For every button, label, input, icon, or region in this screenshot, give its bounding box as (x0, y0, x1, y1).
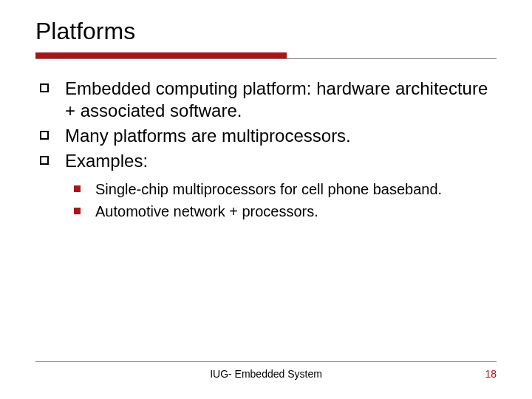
bullet-item: Examples: (40, 150, 497, 172)
slide-body: Embedded computing platform: hardware ar… (35, 78, 497, 221)
sub-bullet-item: Single-chip multiprocessors for cell pho… (74, 180, 497, 199)
square-filled-icon (74, 185, 81, 192)
page-number: 18 (485, 368, 497, 380)
square-filled-icon (74, 208, 81, 214)
square-outline-icon (40, 83, 49, 92)
sub-bullet-text: Single-chip multiprocessors for cell pho… (95, 180, 442, 199)
slide: Platforms Embedded computing platform: h… (0, 0, 532, 399)
slide-footer: IUG- Embedded System 18 (35, 361, 497, 380)
footer-row: IUG- Embedded System 18 (35, 368, 497, 380)
title-rule-line (35, 58, 497, 59)
square-outline-icon (40, 131, 49, 140)
square-outline-icon (40, 156, 49, 165)
bullet-item: Many platforms are multiprocessors. (40, 125, 497, 147)
title-rule (35, 52, 497, 60)
sub-bullet-text: Automotive network + processors. (95, 202, 318, 221)
slide-title: Platforms (35, 18, 497, 45)
footer-center-text: IUG- Embedded System (35, 368, 497, 380)
bullet-item: Embedded computing platform: hardware ar… (40, 78, 497, 122)
footer-rule (35, 361, 497, 362)
sub-bullet-item: Automotive network + processors. (74, 202, 497, 221)
sub-bullet-list: Single-chip multiprocessors for cell pho… (40, 180, 497, 221)
bullet-text: Embedded computing platform: hardware ar… (65, 78, 497, 122)
bullet-text: Examples: (65, 150, 148, 172)
bullet-text: Many platforms are multiprocessors. (65, 125, 351, 147)
